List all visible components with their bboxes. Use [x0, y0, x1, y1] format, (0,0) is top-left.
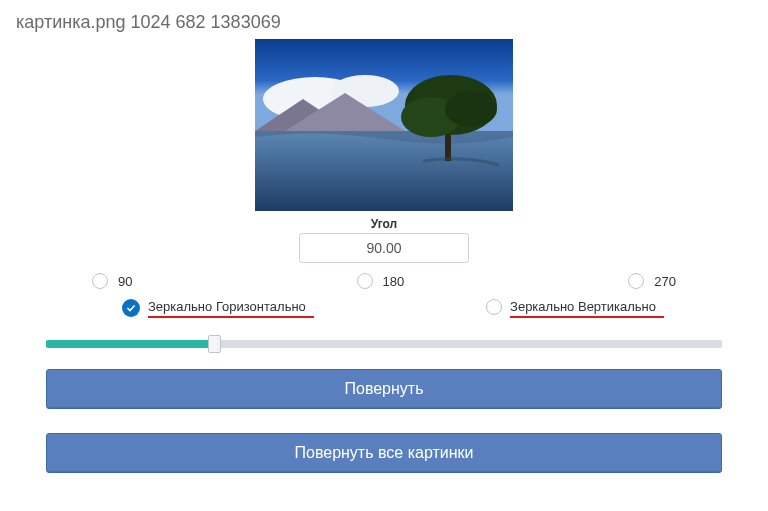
preset-label: 90: [118, 274, 132, 289]
rotate-button[interactable]: Повернуть: [46, 369, 722, 409]
image-preview: [255, 39, 513, 211]
mirror-vertical[interactable]: Зеркально Вертикально: [486, 299, 656, 317]
rotation-slider[interactable]: [46, 333, 722, 355]
svg-point-9: [445, 91, 497, 127]
rotate-all-button[interactable]: Повернуть все картинки: [46, 433, 722, 473]
mirror-row: Зеркально Горизонтально Зеркально Вертик…: [12, 299, 756, 317]
radio-icon: [357, 273, 373, 289]
slider-fill: [46, 340, 215, 348]
svg-rect-5: [255, 131, 513, 211]
preset-label: 180: [383, 274, 405, 289]
file-size: 1383069: [211, 12, 281, 32]
preset-180[interactable]: 180: [357, 273, 405, 289]
radio-icon: [628, 273, 644, 289]
mirror-horizontal-label: Зеркально Горизонтально: [148, 299, 306, 314]
preset-label: 270: [654, 274, 676, 289]
mirror-vertical-label: Зеркально Вертикально: [510, 299, 656, 314]
file-height: 682: [176, 12, 206, 32]
file-name: картинка.png: [16, 12, 125, 32]
mirror-horizontal[interactable]: Зеркально Горизонтально: [122, 299, 306, 317]
preset-270[interactable]: 270: [628, 273, 676, 289]
radio-icon: [486, 299, 502, 315]
preset-row: 90 180 270: [12, 273, 756, 289]
file-width: 1024: [130, 12, 170, 32]
check-icon: [122, 299, 140, 317]
angle-input[interactable]: [299, 233, 469, 263]
file-info: картинка.png 1024 682 1383069: [16, 12, 756, 33]
preset-90[interactable]: 90: [92, 273, 132, 289]
slider-thumb[interactable]: [208, 335, 221, 353]
radio-icon: [92, 273, 108, 289]
angle-label: Угол: [12, 217, 756, 231]
